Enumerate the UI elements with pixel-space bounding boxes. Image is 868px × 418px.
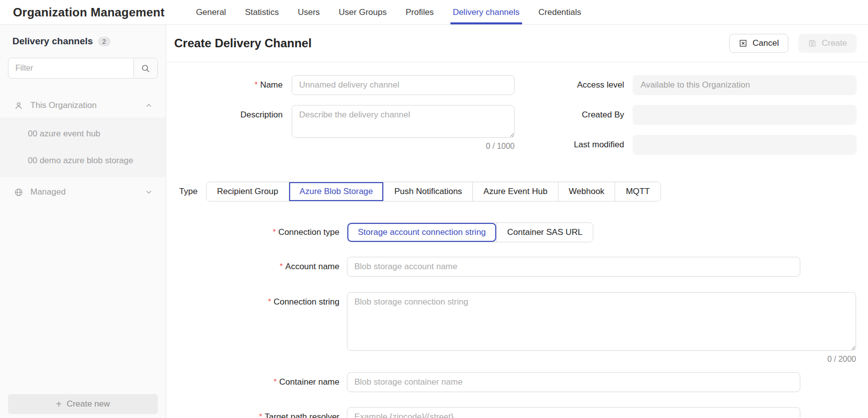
connection-type-button-group: Storage account connection stringContain… [347, 222, 593, 242]
created-by-label: Created By [535, 105, 624, 120]
nav-tab-credentials[interactable]: Credentials [538, 0, 582, 24]
required-asterisk: * [274, 378, 277, 386]
access-level-label: Access level [535, 75, 624, 90]
page-title: Create Delivery Channel [174, 36, 312, 50]
search-icon [141, 64, 150, 73]
filter-search-button[interactable] [133, 58, 157, 78]
sidebar-item-00-azure-event-hub[interactable]: 00 azure event hub [0, 120, 166, 147]
sidebar-heading: Delivery channels [12, 36, 93, 47]
nav-tab-statistics[interactable]: Statistics [244, 0, 280, 24]
container-name-row: *Container name [166, 372, 857, 392]
access-level-row: Access level Available to this Organizat… [535, 75, 857, 95]
filter-box [8, 58, 158, 79]
app-window: Organization Management GeneralStatistic… [0, 0, 868, 418]
connection-string-textarea[interactable] [347, 292, 856, 351]
globe-icon [14, 188, 23, 197]
create-label: Create [822, 38, 847, 48]
required-asterisk: * [273, 228, 276, 236]
person-icon [14, 101, 23, 110]
description-label: Description [166, 105, 283, 120]
required-asterisk: * [280, 262, 283, 271]
app-title: Organization Management [0, 5, 165, 19]
required-asterisk: * [268, 298, 271, 306]
create-new-label: Create new [67, 399, 110, 409]
type-option-azure-blob-storage[interactable]: Azure Blob Storage [289, 182, 383, 201]
save-icon [808, 39, 817, 48]
account-name-row: *Account name [166, 257, 857, 277]
connection-string-row: *Connection string 0 / 2000 [166, 292, 857, 364]
description-counter: 0 / 1000 [292, 142, 515, 151]
connection-string-label: *Connection string [166, 292, 339, 307]
close-square-icon [739, 39, 748, 48]
nav-tab-profiles[interactable]: Profiles [405, 0, 435, 24]
type-option-mqtt[interactable]: MQTT [615, 182, 660, 201]
name-label: *Name [166, 75, 283, 90]
connection-type-option-storage-account-connection-string[interactable]: Storage account connection string [347, 223, 496, 242]
target-path-resolver-input[interactable] [347, 407, 800, 418]
create-button[interactable]: Create [798, 34, 857, 53]
sidebar-group-label: Managed [30, 187, 145, 197]
page-header: Create Delivery Channel Cancel [166, 25, 868, 62]
access-level-value: Available to this Organization [633, 75, 857, 95]
type-option-azure-event-hub[interactable]: Azure Event Hub [472, 182, 558, 201]
connection-type-label: *Connection type [166, 222, 339, 237]
container-name-input[interactable] [347, 372, 800, 392]
description-field-row: Description 0 / 1000 [166, 105, 515, 151]
connection-type-option-container-sas-url[interactable]: Container SAS URL [496, 223, 593, 242]
chevron-down-icon[interactable] [145, 188, 153, 196]
created-by-value [633, 105, 857, 125]
type-button-group: Recipient GroupAzure Blob StoragePush No… [206, 182, 661, 202]
type-option-webhook[interactable]: Webhook [558, 182, 615, 201]
plus-icon: + [56, 399, 62, 409]
top-nav: Organization Management GeneralStatistic… [0, 0, 868, 25]
main-panel: Create Delivery Channel Cancel [166, 25, 868, 418]
type-field-row: Type Recipient GroupAzure Blob StoragePu… [166, 182, 857, 202]
name-field-row: *Name [166, 75, 515, 95]
description-textarea[interactable] [292, 105, 515, 138]
type-option-push-notifications[interactable]: Push Notifications [383, 182, 472, 201]
required-asterisk: * [259, 413, 262, 418]
nav-tab-delivery-channels[interactable]: Delivery channels [452, 0, 521, 24]
create-new-button[interactable]: + Create new [8, 394, 158, 414]
type-option-recipient-group[interactable]: Recipient Group [207, 182, 289, 201]
sidebar: Delivery channels 2 [0, 25, 166, 418]
nav-tab-general[interactable]: General [195, 0, 227, 24]
cancel-button[interactable]: Cancel [729, 34, 788, 53]
target-path-resolver-label: *Target path resolver [166, 407, 339, 418]
nav-tab-users[interactable]: Users [297, 0, 321, 24]
required-asterisk: * [254, 81, 257, 89]
target-path-resolver-row: *Target path resolver [166, 407, 857, 418]
channel-tree: This Organization 00 azure event hub00 d… [0, 94, 166, 204]
sidebar-group-label: This Organization [30, 101, 145, 110]
sidebar-item-00-demo-azure-blob-storage[interactable]: 00 demo azure blob storage [0, 147, 166, 174]
nav-tab-user-groups[interactable]: User Groups [338, 0, 388, 24]
created-by-row: Created By [535, 105, 857, 125]
container-name-label: *Container name [166, 372, 339, 387]
sidebar-group-managed[interactable]: Managed [0, 180, 166, 204]
account-name-input[interactable] [347, 257, 800, 277]
last-modified-row: Last modified [535, 135, 857, 155]
account-name-label: *Account name [166, 257, 339, 272]
nav-tabs: GeneralStatisticsUsersUser GroupsProfile… [187, 0, 591, 24]
type-label: Type [179, 187, 206, 197]
last-modified-label: Last modified [535, 135, 624, 150]
filter-input[interactable] [8, 58, 133, 78]
create-channel-form: *Name Description 0 / 1000 [166, 62, 868, 418]
sidebar-group-this-organization[interactable]: This Organization [0, 94, 166, 117]
chevron-up-icon[interactable] [145, 102, 153, 109]
connection-type-row: *Connection type Storage account connect… [166, 222, 857, 242]
connection-string-counter: 0 / 2000 [347, 355, 856, 364]
last-modified-value [633, 135, 857, 155]
channel-count-badge: 2 [98, 37, 110, 46]
channel-list: 00 azure event hub00 demo azure blob sto… [0, 117, 166, 177]
cancel-label: Cancel [753, 38, 779, 48]
name-input[interactable] [292, 75, 515, 95]
